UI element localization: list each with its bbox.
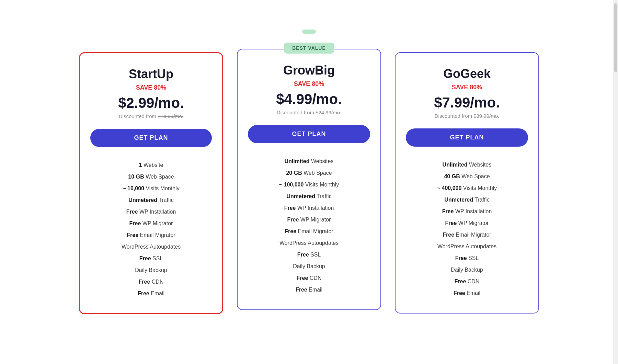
- plan-card-growbig: BEST VALUE GrowBig SAVE 80% $4.99/mo. Di…: [237, 49, 381, 310]
- plan-name: StartUp: [90, 67, 212, 81]
- save-label: SAVE 80%: [90, 84, 212, 91]
- feature-item: Daily Backup: [248, 261, 370, 272]
- feature-item: Free SSL: [248, 249, 370, 261]
- feature-item: 20 GB Web Space: [248, 167, 370, 179]
- best-value-badge: BEST VALUE: [284, 43, 334, 54]
- feature-item: Free Email: [90, 288, 212, 299]
- feature-item: Free WP Migrator: [406, 217, 528, 229]
- feature-item: Free Email: [248, 284, 370, 296]
- scrollbar[interactable]: [613, 0, 618, 364]
- feature-item: ~ 400,000 Visits Monthly: [406, 182, 528, 194]
- get-plan-button[interactable]: GET PLAN: [406, 128, 528, 147]
- feature-item: Unlimited Websites: [406, 159, 528, 171]
- feature-item: Free WP Installation: [248, 202, 370, 214]
- feature-item: WordPress Autoupdates: [406, 241, 528, 252]
- feature-item: Free WP Migrator: [90, 218, 212, 229]
- feature-item: Free Email Migrator: [406, 229, 528, 241]
- get-plan-button[interactable]: GET PLAN: [90, 129, 212, 147]
- page-wrapper: StartUp SAVE 80% $2.99/mo. Discounted fr…: [62, 0, 556, 328]
- feature-item: Free WP Installation: [406, 206, 528, 217]
- feature-item: Free CDN: [248, 272, 370, 284]
- feature-item: Free Email Migrator: [90, 229, 212, 241]
- feature-item: ~ 100,000 Visits Monthly: [248, 179, 370, 191]
- feature-item: WordPress Autoupdates: [90, 241, 212, 253]
- feature-item: Free SSL: [90, 253, 212, 264]
- feature-item: Free WP Migrator: [248, 214, 370, 226]
- plan-card-startup: StartUp SAVE 80% $2.99/mo. Discounted fr…: [79, 52, 223, 314]
- feature-item: Unlimited Websites: [248, 156, 370, 167]
- get-plan-button[interactable]: GET PLAN: [248, 125, 370, 143]
- plan-price: $7.99/mo.: [406, 94, 528, 111]
- feature-item: 1 Website: [90, 159, 212, 171]
- feature-item: 40 GB Web Space: [406, 171, 528, 182]
- feature-item: Unmetered Traffic: [406, 194, 528, 206]
- feature-item: Unmetered Traffic: [90, 194, 212, 206]
- scrollbar-thumb[interactable]: [614, 3, 617, 72]
- feature-item: 10 GB Web Space: [90, 171, 212, 183]
- feature-item: Free CDN: [406, 276, 528, 287]
- feature-item: Daily Backup: [406, 264, 528, 276]
- plans-container: StartUp SAVE 80% $2.99/mo. Discounted fr…: [76, 52, 542, 314]
- plan-price: $2.99/mo.: [90, 95, 212, 111]
- plan-name: GoGeek: [406, 67, 528, 81]
- feature-item: ~ 10,000 Visits Monthly: [90, 183, 212, 194]
- features-list: 1 Website10 GB Web Space~ 10,000 Visits …: [90, 159, 212, 299]
- original-price: Discounted from $14.99/mo.: [90, 113, 212, 119]
- plan-price: $4.99/mo.: [248, 91, 370, 107]
- plan-card-gogeek: GoGeek SAVE 80% $7.99/mo. Discounted fro…: [395, 52, 539, 314]
- features-list: Unlimited Websites40 GB Web Space~ 400,0…: [406, 159, 528, 299]
- feature-item: Free CDN: [90, 276, 212, 288]
- plan-name: GrowBig: [248, 63, 370, 78]
- save-label: SAVE 80%: [406, 84, 528, 91]
- feature-item: Free Email: [406, 287, 528, 299]
- badge-row: [76, 29, 542, 35]
- original-price: Discounted from $39.99/mo.: [406, 113, 528, 119]
- features-list: Unlimited Websites20 GB Web Space~ 100,0…: [248, 156, 370, 296]
- feature-item: Unmetered Traffic: [248, 191, 370, 202]
- feature-item: Daily Backup: [90, 264, 212, 276]
- save-label: SAVE 80%: [248, 80, 370, 88]
- feature-item: WordPress Autoupdates: [248, 237, 370, 249]
- feature-item: Free Email Migrator: [248, 226, 370, 237]
- original-price: Discounted from $24.99/mo.: [248, 110, 370, 115]
- feature-item: Free WP Installation: [90, 206, 212, 218]
- feature-item: Free SSL: [406, 252, 528, 264]
- free-transfer-badge: [302, 30, 316, 34]
